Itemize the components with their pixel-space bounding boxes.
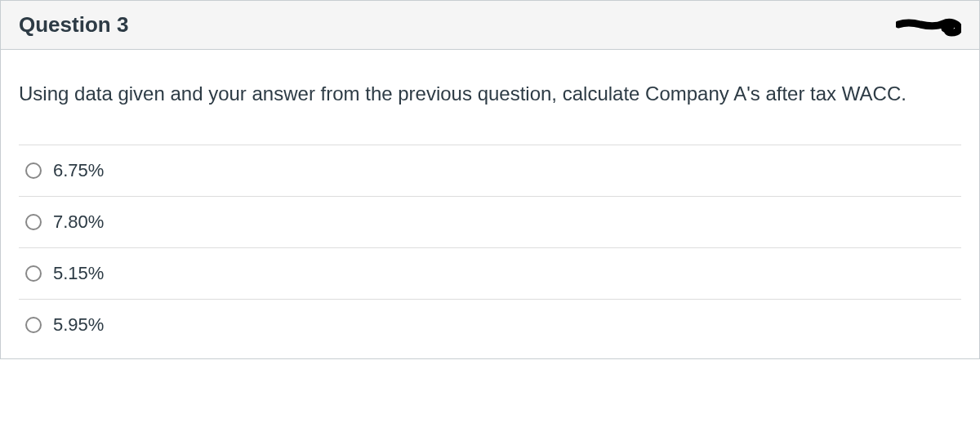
- radio-icon[interactable]: [25, 214, 42, 230]
- question-container: Question 3 Using data given and your ans…: [0, 0, 980, 359]
- question-title: Question 3: [19, 12, 128, 38]
- radio-icon[interactable]: [25, 265, 42, 282]
- answer-label: 7.80%: [53, 211, 104, 233]
- answer-option[interactable]: 6.75%: [19, 145, 961, 196]
- answer-label: 5.15%: [53, 263, 104, 284]
- answer-option[interactable]: 5.95%: [19, 299, 961, 350]
- answer-options: 6.75% 7.80% 5.15% 5.95%: [19, 145, 961, 350]
- answer-option[interactable]: 7.80%: [19, 196, 961, 247]
- radio-icon[interactable]: [25, 317, 42, 333]
- radio-icon[interactable]: [25, 162, 42, 179]
- redaction-mark: [896, 13, 961, 38]
- answer-label: 5.95%: [53, 314, 104, 336]
- question-body: Using data given and your answer from th…: [1, 50, 979, 358]
- answer-label: 6.75%: [53, 160, 104, 181]
- answer-option[interactable]: 5.15%: [19, 247, 961, 299]
- question-text: Using data given and your answer from th…: [19, 79, 961, 109]
- question-header: Question 3: [1, 1, 979, 50]
